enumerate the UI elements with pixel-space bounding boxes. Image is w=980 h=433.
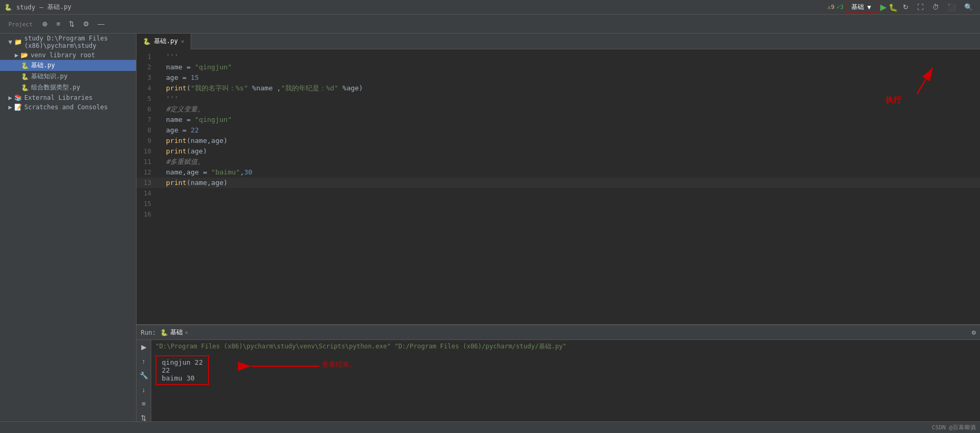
run-tab-bar: Run: 🐍 基础 ✕ ⚙ <box>137 325 980 340</box>
warning-badge: ⚠9 <box>828 4 835 11</box>
code-line-16: 16 <box>137 209 980 220</box>
line-num-8: 8 <box>137 125 158 136</box>
line-content-10: print(age) <box>166 146 980 157</box>
run-scroll-down-btn[interactable]: ↓ <box>141 385 147 395</box>
code-line-13: 13 print(name,age) <box>137 178 980 188</box>
main-area: ▼ 📁 study D:\Program Files (x86)\pycharm… <box>0 34 980 421</box>
tab-jichu[interactable]: 🐍 基础.py ✕ <box>137 34 191 49</box>
sidebar-external-libraries[interactable]: ▶ 📚 External Libraries <box>0 93 136 102</box>
code-editor[interactable]: 1 ''' 2 name = "qingjun" 3 age = 15 <box>137 49 980 324</box>
line-num-10: 10 <box>137 146 158 157</box>
code-line-4: 4 print("我的名字叫：%s" %name ,"我的年纪是：%d" %ag… <box>137 83 980 94</box>
title-bar-left: 🐍 study – 基础.py <box>4 3 71 12</box>
line-num-16: 16 <box>137 209 158 220</box>
run-play-btn[interactable]: ▶ <box>140 342 148 352</box>
profile-button[interactable]: ⏱ <box>929 2 942 13</box>
lib-icon: 📚 <box>14 94 22 101</box>
code-line-5: 5 ''' <box>137 94 980 104</box>
sidebar: ▼ 📁 study D:\Program Files (x86)\pycharm… <box>0 34 137 421</box>
venv-icon: 📂 <box>20 51 28 59</box>
code-line-9: 9 print(name,age) <box>137 136 980 146</box>
code-line-8: 8 age = 22 <box>137 125 980 136</box>
run-align-btn[interactable]: ≡ <box>141 399 147 409</box>
editor-area: 🐍 基础.py ✕ 1 ''' 2 name = "qingjun" <box>137 34 980 324</box>
structure-button[interactable]: ≡ <box>53 18 64 29</box>
chevron-right-icon: ▶ <box>15 51 18 59</box>
sidebar-item-jichu[interactable]: 🐍 基础.py <box>0 60 136 71</box>
file-zuhe-label: 组合数据类型.py <box>31 83 80 92</box>
ok-badge: ✓3 <box>837 4 843 11</box>
line-content-4: print("我的名字叫：%s" %name ,"我的年纪是：%d" %age) <box>166 83 980 94</box>
debug-button[interactable]: 🐛 <box>889 3 898 12</box>
stop-button[interactable]: ⬛ <box>944 2 959 13</box>
sidebar-project-root[interactable]: ▼ 📁 study D:\Program Files (x86)\pycharm… <box>0 34 136 50</box>
ext-lib-label: External Libraries <box>24 94 92 101</box>
code-line-1: 1 ''' <box>137 51 980 62</box>
settings-toolbar-button[interactable]: ⚙ <box>80 18 92 29</box>
run-config-button[interactable]: 基础 ▼ <box>846 1 878 13</box>
project-name: study <box>16 4 35 11</box>
run-config-label: 基础 <box>851 3 864 12</box>
file-jichu-label: 基础.py <box>31 61 55 70</box>
line-content-7: name = "qingjun" <box>166 115 980 125</box>
run-tab-close[interactable]: ✕ <box>185 329 188 335</box>
run-sort-btn[interactable]: ⇅ <box>140 413 148 421</box>
reload-button[interactable]: ↻ <box>900 2 912 13</box>
line-num-13: 13 <box>137 178 158 188</box>
sidebar-scratches[interactable]: ▶ 📝 Scratches and Consoles <box>0 102 136 112</box>
code-line-11: 11 #多重赋值。 <box>137 157 980 167</box>
line-num-5: 5 <box>137 94 158 104</box>
run-tab-icon: 🐍 <box>160 329 168 336</box>
line-content-12: name,age = "baimu",30 <box>166 167 980 178</box>
sidebar-item-zuhe[interactable]: 🐍 组合数据类型.py <box>0 82 136 93</box>
tab-close-icon[interactable]: ✕ <box>181 38 184 44</box>
run-command: "D:\Program Files (x86)\pycharm\study\ve… <box>155 342 976 351</box>
py-icon-jichu: 🐍 <box>21 62 29 69</box>
title-separator: – <box>39 4 43 11</box>
output-line-2: 22 <box>162 366 203 374</box>
code-line-2: 2 name = "qingjun" <box>137 62 980 73</box>
code-line-15: 15 <box>137 199 980 209</box>
code-line-7: 7 name = "qingjun" <box>137 115 980 125</box>
code-line-10: 10 print(age) <box>137 146 980 157</box>
folder-icon: 📁 <box>14 38 22 46</box>
play-button[interactable]: ▶ <box>880 2 887 12</box>
minimize-button[interactable]: — <box>95 18 108 29</box>
coverage-button[interactable]: ⛶ <box>914 2 927 13</box>
run-panel: Run: 🐍 基础 ✕ ⚙ ▶ ↑ 🔧 ↓ ≡ ⇅ 🗑 <box>137 324 980 421</box>
chevron-down-icon: ▼ <box>8 38 12 46</box>
code-line-3: 3 age = 15 <box>137 73 980 83</box>
app-icon: 🐍 <box>4 4 12 11</box>
project-toolbar-label: Project <box>4 19 37 29</box>
run-settings[interactable]: ⚙ <box>972 328 976 336</box>
main-toolbar: Project ⊕ ≡ ⇅ ⚙ — <box>0 15 980 34</box>
line-content-13: print(name,age) <box>166 178 980 188</box>
run-sidebar: ▶ ↑ 🔧 ↓ ≡ ⇅ 🗑 <box>137 340 151 421</box>
line-num-1: 1 <box>137 51 158 62</box>
py-icon-zuhe: 🐍 <box>21 84 29 91</box>
add-button[interactable]: ⊕ <box>39 18 51 29</box>
sort-button[interactable]: ⇅ <box>66 18 78 29</box>
tab-label: 基础.py <box>154 37 178 46</box>
code-line-6: 6 #定义变量。 <box>137 104 980 115</box>
venv-label: venv library root <box>30 51 95 59</box>
line-num-7: 7 <box>137 115 158 125</box>
run-scroll-up-btn[interactable]: ↑ <box>141 356 147 366</box>
file-zhishi-label: 基础知识.py <box>31 72 68 81</box>
line-content-9: print(name,age) <box>166 136 980 146</box>
run-wrench-btn[interactable]: 🔧 <box>139 370 149 380</box>
editor-tab-bar: 🐍 基础.py ✕ <box>137 34 980 49</box>
line-content-1: ''' <box>166 51 980 62</box>
line-num-11: 11 <box>137 157 158 167</box>
run-tab-jichu[interactable]: 🐍 基础 ✕ <box>160 328 188 337</box>
chevron-right-scratch-icon: ▶ <box>8 104 12 111</box>
line-content-5: ''' <box>166 94 980 104</box>
status-bar: CSDN @百幕卿酒 <box>0 421 980 433</box>
line-num-15: 15 <box>137 199 158 209</box>
line-content-3: age = 15 <box>166 73 980 83</box>
search-button[interactable]: 🔍 <box>961 2 976 13</box>
result-arrow: 查看结果。 <box>246 356 340 384</box>
sidebar-venv[interactable]: ▶ 📂 venv library root <box>0 50 136 60</box>
py-icon-zhishi: 🐍 <box>21 73 29 80</box>
sidebar-item-jichu-zhishi[interactable]: 🐍 基础知识.py <box>0 71 136 82</box>
